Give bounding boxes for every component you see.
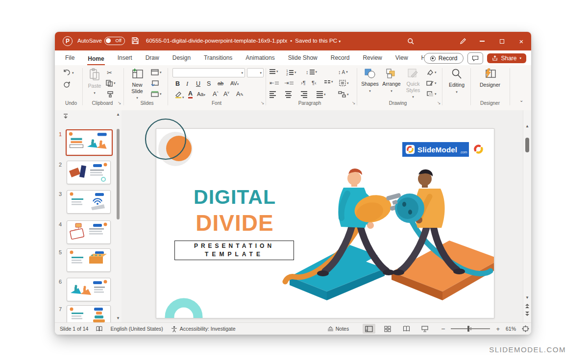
decrease-indent-button[interactable]: ⇤ [270,80,279,86]
designer-button[interactable]: Designer [474,68,506,88]
slide-title-line1[interactable]: DIGITAL [176,186,294,209]
columns-button[interactable]: ▾ [324,80,333,84]
rtl-direction-button[interactable]: ¶‹ [312,80,317,86]
align-text-button[interactable]: ▾ [339,80,349,86]
editing-button[interactable]: Editing ▾ [445,68,468,94]
cut-button[interactable]: ✂ [107,69,112,76]
new-slide-button[interactable]: New Slide ▾ [126,68,148,100]
scroll-down-icon[interactable]: ▼ [525,295,529,300]
reading-view-button[interactable] [400,324,413,334]
section-button[interactable]: ▾ [151,91,162,97]
zoom-slider-thumb[interactable] [467,326,469,332]
tab-animations[interactable]: Animations [245,53,275,62]
underline-button[interactable]: U [196,80,200,87]
slide-layout-button[interactable]: ▾ [151,69,162,75]
slide-counter[interactable]: Slide 1 of 14 [60,326,88,332]
slide-title-line2[interactable]: DIVIDE [176,210,294,236]
decrease-font-button[interactable]: Av [223,91,229,97]
search-button[interactable] [401,32,420,50]
shape-fill-button[interactable]: ▾ [426,69,437,75]
slide-thumbnail-5[interactable] [67,248,111,272]
line-spacing-button[interactable]: ↕▾ [306,69,317,75]
clipboard-dialog-launcher[interactable]: ↘ [118,100,122,105]
slide-thumbnail-3[interactable] [67,190,111,214]
slide-subtitle-box[interactable]: PRESENTATION TEMPLATE [174,241,294,260]
document-title[interactable]: 60555-01-digital-divide-powerpoint-templ… [146,38,341,44]
thumbnail-scrollbar[interactable]: ▲ ▼ [116,127,120,320]
font-dialog-launcher[interactable]: ↘ [261,100,265,105]
canvas-scrollbar[interactable]: ▲ ▼ [523,110,531,322]
clear-formatting-button[interactable]: A✎ [236,91,244,97]
font-color-button[interactable]: A [188,91,193,98]
quick-styles-button[interactable]: Quick Styles ▾ [403,68,423,99]
tab-insert[interactable]: Insert [117,53,133,62]
shape-effects-button[interactable]: ▾ [426,91,437,97]
shapes-button[interactable]: Shapes ▾ [360,68,380,93]
minimize-button[interactable] [472,32,492,50]
undo-button[interactable]: ▾ [63,69,74,76]
redo-button[interactable] [63,81,71,88]
accessibility-status[interactable]: Accessibility: Investigate [171,326,236,332]
slideshow-view-button[interactable] [418,324,431,334]
slide-thumbnail-1[interactable] [66,129,113,156]
justify-button[interactable]: ▾ [317,91,326,98]
align-left-button[interactable] [270,91,276,98]
tab-slide-show[interactable]: Slide Show [288,53,318,62]
tab-transitions[interactable]: Transitions [203,53,233,62]
close-button[interactable]: × [512,32,531,50]
drawing-dialog-launcher[interactable]: ↘ [437,100,441,105]
maximize-button[interactable] [492,32,512,50]
zoom-in-button[interactable]: + [496,325,500,333]
arrange-button[interactable]: Arrange ▾ [381,68,402,93]
save-icon[interactable] [131,37,139,45]
autosave-toggle[interactable]: Off [104,37,125,45]
slide-sorter-view-button[interactable] [381,324,394,334]
scroll-up-icon[interactable]: ▲ [116,112,120,117]
powerpoint-app-icon[interactable]: P [63,36,73,46]
tab-record[interactable]: Record [330,53,350,62]
language-status[interactable]: English (United States) [110,326,163,332]
collapse-pane-icon[interactable] [63,113,69,119]
spell-check-icon[interactable] [96,326,102,332]
tab-draw[interactable]: Draw [145,53,160,62]
format-painter-button[interactable] [107,91,114,97]
reset-slide-button[interactable] [151,80,159,86]
strikethrough-button[interactable]: ab [218,80,223,86]
paragraph-dialog-launcher[interactable]: ↘ [352,100,356,105]
character-spacing-button[interactable]: AV▾ [230,80,239,86]
paste-button[interactable]: Paste ▾ [85,68,104,95]
align-center-button[interactable] [285,91,292,98]
slide-thumbnail-2[interactable] [67,161,111,184]
previous-slide-button[interactable] [525,303,530,309]
zoom-out-button[interactable]: − [441,325,445,333]
increase-indent-button[interactable]: ⇥ [284,80,294,86]
fit-to-window-button[interactable] [522,325,529,332]
increase-font-button[interactable]: A^ [213,91,219,97]
scroll-up-icon[interactable]: ▲ [525,124,529,128]
tab-view[interactable]: View [395,53,409,62]
italic-button[interactable]: I [186,80,188,88]
shape-outline-button[interactable]: ▾ [426,80,437,86]
change-case-button[interactable]: Aa▾ [197,91,205,97]
bullets-button[interactable]: ▾ [270,69,278,74]
slide-thumbnail-6[interactable] [67,278,111,301]
comments-button[interactable] [467,52,483,64]
slide-thumbnail-7[interactable] [67,305,111,322]
thumbnail-scrollbar-thumb[interactable] [117,129,120,219]
next-slide-button[interactable] [525,311,530,316]
align-right-button[interactable] [301,91,307,98]
canvas-scrollbar-thumb[interactable] [525,138,529,152]
tab-design[interactable]: Design [172,53,191,62]
text-shadow-button[interactable]: S [207,80,211,87]
share-button[interactable]: Share ▾ [487,53,526,63]
ltr-direction-button[interactable]: ›¶ [301,80,306,86]
zoom-slider[interactable] [451,328,490,329]
font-size-combo[interactable]: ▾ [247,68,264,77]
slide-thumbnail-4[interactable] [67,220,111,244]
scroll-down-icon[interactable]: ▼ [116,316,120,320]
record-button[interactable]: Record [424,53,464,64]
bold-button[interactable]: B [175,80,180,87]
tab-home[interactable]: Home [87,54,104,65]
text-direction-button[interactable]: ↕A▾ [338,69,348,75]
slide-canvas[interactable]: SlideModel .com DIGITAL DIVIDE PRESENTAT… [156,128,494,318]
